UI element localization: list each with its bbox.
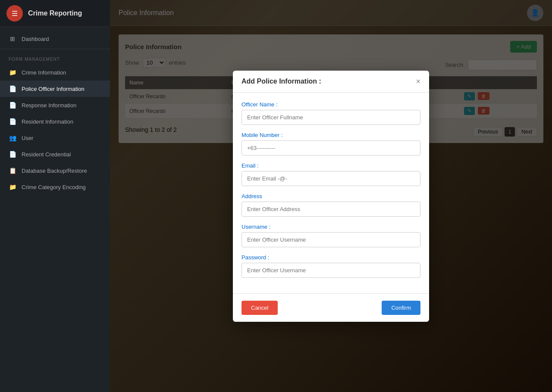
sidebar-item-db-backup[interactable]: 📋 Database Backup/Restore xyxy=(0,162,110,179)
form-group-username: Username : xyxy=(242,224,420,247)
sidebar-item-label-user: User xyxy=(22,135,33,141)
sidebar-header: ☰ Crime Reporting xyxy=(0,0,110,27)
sidebar-item-label-crime: Crime Information xyxy=(22,69,66,76)
confirm-button[interactable]: Confirm xyxy=(382,301,420,315)
form-group-address: Address xyxy=(242,193,420,217)
sidebar-nav: ⊞ Dashboard FORM MANAGEMENT 📁 Crime Info… xyxy=(0,27,110,392)
sidebar-item-crime-info[interactable]: 📁 Crime Information xyxy=(0,64,110,81)
modal-overlay: Add Police Information : × Officer Name … xyxy=(110,0,552,392)
label-address: Address xyxy=(242,193,420,199)
sidebar-item-resident-credential[interactable]: 📄 Resident Credential xyxy=(0,146,110,162)
form-group-officer-name: Officer Name : xyxy=(242,101,420,125)
db-icon: 📋 xyxy=(9,167,16,174)
input-address[interactable] xyxy=(242,202,420,217)
doc-icon-resident: 📄 xyxy=(9,118,16,125)
label-officer-name: Officer Name : xyxy=(242,101,420,108)
input-officer-name[interactable] xyxy=(242,110,420,125)
input-password[interactable] xyxy=(242,263,420,278)
app-logo-icon: ☰ xyxy=(6,5,23,22)
modal-title: Add Police Information : xyxy=(242,78,321,85)
sidebar-item-police-officer[interactable]: 📄 Police Officer Information xyxy=(0,81,110,97)
sidebar-item-label-response: Response Information xyxy=(22,102,76,109)
sidebar-item-label-police: Police Officer Information xyxy=(22,86,85,92)
sidebar-item-response-info[interactable]: 📄 Response Information xyxy=(0,97,110,113)
sidebar-item-dashboard[interactable]: ⊞ Dashboard xyxy=(0,31,110,47)
doc-icon-response: 📄 xyxy=(9,101,16,109)
sidebar-item-label-db: Database Backup/Restore xyxy=(22,168,87,174)
app-title: Crime Reporting xyxy=(28,9,82,17)
label-email: Email : xyxy=(242,162,420,169)
form-group-password: Password : xyxy=(242,254,420,278)
folder-icon-category: 📁 xyxy=(9,183,16,191)
sidebar: ☰ Crime Reporting ⊞ Dashboard FORM MANAG… xyxy=(0,0,110,392)
doc-icon-police: 📄 xyxy=(9,85,16,93)
doc-icon-credential: 📄 xyxy=(9,150,16,158)
modal-body: Officer Name : Mobile Number : Email : A… xyxy=(233,93,429,293)
input-mobile[interactable] xyxy=(242,140,420,156)
label-mobile: Mobile Number : xyxy=(242,132,420,138)
form-group-email: Email : xyxy=(242,162,420,186)
dashboard-icon: ⊞ xyxy=(9,35,16,43)
sidebar-item-resident-info[interactable]: 📄 Resident Information xyxy=(0,113,110,130)
cancel-button[interactable]: Cancel xyxy=(242,301,278,315)
folder-icon-crime: 📁 xyxy=(9,68,16,76)
modal-header: Add Police Information : × xyxy=(233,71,429,93)
sidebar-item-crime-category[interactable]: 📁 Crime Category Encoding xyxy=(0,179,110,195)
sidebar-item-label-category: Crime Category Encoding xyxy=(22,184,86,190)
sidebar-section-form-management: FORM MANAGEMENT xyxy=(0,51,110,64)
sidebar-item-label-credential: Resident Credential xyxy=(22,151,71,158)
sidebar-item-label-resident: Resident Information xyxy=(22,118,73,125)
sidebar-item-label-dashboard: Dashboard xyxy=(22,36,49,42)
sidebar-item-user[interactable]: 👥 User xyxy=(0,130,110,146)
user-icon: 👥 xyxy=(9,134,16,142)
input-username[interactable] xyxy=(242,232,420,247)
label-password: Password : xyxy=(242,254,420,261)
modal: Add Police Information : × Officer Name … xyxy=(233,71,429,322)
form-group-mobile: Mobile Number : xyxy=(242,132,420,156)
modal-close-button[interactable]: × xyxy=(416,78,420,85)
input-email[interactable] xyxy=(242,171,420,186)
label-username: Username : xyxy=(242,224,420,230)
modal-footer: Cancel Confirm xyxy=(233,293,429,322)
